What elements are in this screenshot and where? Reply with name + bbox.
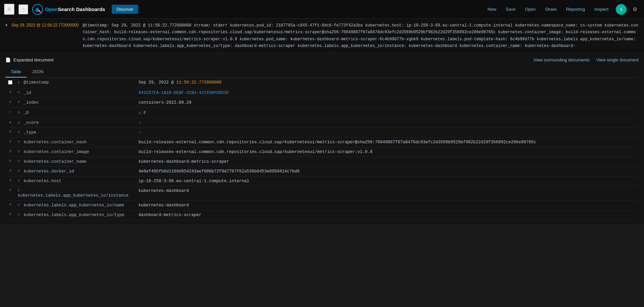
icon-cell: f [5,147,15,157]
field-value-cell: kubernetes-dashboard-metrics-scraper [136,157,639,166]
new-button[interactable]: New [484,5,500,14]
field-icon: f [18,204,20,207]
table-row: ○ o _p ⚠ F [5,107,639,118]
field-value: kubernetes-dashboard [139,189,189,193]
field-name-cell: f kubernetes.container_hash [15,137,136,147]
field-name: kubernetes.container_image [24,150,89,154]
clock-icon: ○ [9,110,11,114]
icon-cell: ○ [5,107,15,118]
table-row: f f kubernetes.labels.app_kubernetes_io/… [5,200,639,210]
reporting-button[interactable]: Reporting [562,5,589,14]
field-name: kubernetes.container_name [24,159,87,164]
field-name-cell: f kubernetes.labels.app_kubernetes_io/in… [15,186,136,200]
field-name-cell: f _index [15,98,136,107]
expanded-links: View surrounding documents View single d… [533,57,639,62]
view-surrounding-link[interactable]: View surrounding documents [533,57,589,62]
save-button[interactable]: Save [502,5,520,14]
expanded-header: 📄 Expanded document View surrounding doc… [5,57,639,62]
field-icon: f [18,131,20,135]
hash-icon: # [9,120,11,124]
field-name: _id [24,91,32,95]
table-row: f f kubernetes.container_image build-rel… [5,147,639,157]
row-checkbox[interactable] [8,80,12,85]
field-icon: f [18,91,20,95]
expanded-title-text: Expanded document [13,57,53,62]
id-value: 941CD7FA-1A10-DEAF-2CB4-437830FD053F [139,91,229,95]
field-value: kubernetes-dashboard [139,203,189,208]
field-icon: f [18,213,20,217]
field-name-cell: f kubernetes.container_name [15,157,136,166]
field-name: kubernetes.host [24,179,62,184]
field-value-cell: 941CD7FA-1A10-DEAF-2CB4-437830FD053F [136,88,639,98]
logo: OpenSearch Dashboards [32,4,105,15]
tab-table[interactable]: Table [5,66,26,78]
log-expand-toggle[interactable]: ▾ [5,23,7,28]
table-row: t @timestamp Sep 29, 2022 @ 11:58:22.772… [5,78,639,88]
field-icon: # [18,121,20,125]
field-value-cell: dashboard-metrics-scraper [136,210,639,220]
icon-cell: f [5,88,15,98]
log-row: ▾ Sep 29, 2022 @ 11:58:22.772000000 @tim… [5,22,639,53]
warning-icon: ⚠ [139,111,141,115]
field-name: kubernetes.labels.app_kubernetes_io/inst… [18,193,128,198]
table-row: f f kubernetes.labels.app_kubernetes_io/… [5,186,639,200]
field-type-icon: f [9,189,11,193]
field-name-cell: f kubernetes.labels.app_kubernetes_io/na… [15,200,136,210]
icon-cell: f [5,176,15,186]
opensearch-logo-icon [32,4,43,15]
settings-icon[interactable]: ⚙ [630,4,640,14]
icon-cell: f [5,127,15,137]
field-name: _index [24,100,39,105]
table-row: f f kubernetes.container_hash build-rele… [5,137,639,147]
table-row: f f kubernetes.container_name kubernetes… [5,157,639,166]
icon-cell: f [5,157,15,166]
field-name-cell: f kubernetes.container_image [15,147,136,157]
log-content: @timestamp: Sep 29, 2022 @ 11:58:22.7720… [83,22,639,53]
nav-left: ≡ ⌂ OpenSearch Dashboards Discover [4,4,138,15]
field-value-cell: 4e8ef495fb6d1169d954243aef806b72f9d7767f… [136,166,639,176]
table-row: f f _type - [5,127,639,137]
field-value-cell: - [136,127,639,137]
field-name-cell: f kubernetes.host [15,176,136,186]
field-icon: f [18,170,20,173]
open-button[interactable]: Open [521,5,540,14]
field-icon: f [18,141,20,144]
inspect-button[interactable]: Inspect [590,5,612,14]
table-row: f f _index containers-2022.09.29 [5,98,639,107]
field-value-cell: Sep 29, 2022 @ 11:58:22.772000000 [136,78,639,88]
icon-cell: f [5,210,15,220]
field-type-icon: f [9,179,11,183]
field-name: _type [24,130,37,135]
field-name: kubernetes.labels.app_kubernetes_io/type [24,213,124,217]
field-type-icon: f [9,101,11,104]
user-avatar[interactable]: I [616,4,627,15]
field-icon: f [18,180,20,183]
warning-value: ⚠ F [139,111,146,115]
field-name-cell: f _type [15,127,136,137]
view-single-link[interactable]: View single document [596,57,639,62]
field-value: kubernetes-dashboard-metrics-scraper [139,159,229,164]
field-name: _score [24,120,39,125]
field-icon: f [18,150,20,154]
home-button[interactable]: ⌂ [18,4,29,14]
share-button[interactable]: Share [541,5,561,14]
table-row: f f kubernetes.host ip-10-250-3-68.eu-ce… [5,176,639,186]
field-value: build-releases-external.common.cdn.repos… [139,150,373,154]
icon-cell: f [5,137,15,147]
discover-button[interactable]: Discover [112,5,138,14]
field-value-cell: - [136,118,639,127]
field-name: kubernetes.labels.app_kubernetes_io/name [24,203,124,208]
expanded-document-section: 📄 Expanded document View surrounding doc… [0,53,644,224]
field-name: @timestamp [24,80,49,85]
field-icon: o [18,111,20,114]
tab-json[interactable]: JSON [26,66,49,78]
field-value-cell: build-releases-external.common.cdn.repos… [136,147,639,157]
hamburger-menu[interactable]: ≡ [4,4,14,15]
field-value-cell: containers-2022.09.29 [136,98,639,107]
field-value: 4e8ef495fb6d1169d954243aef806b72f9d7767f… [139,169,300,174]
svg-line-2 [40,12,41,13]
document-icon: 📄 [5,57,11,62]
field-value: - [139,120,141,125]
field-name-cell: # _score [15,118,136,127]
field-type-icon: f [9,150,11,154]
